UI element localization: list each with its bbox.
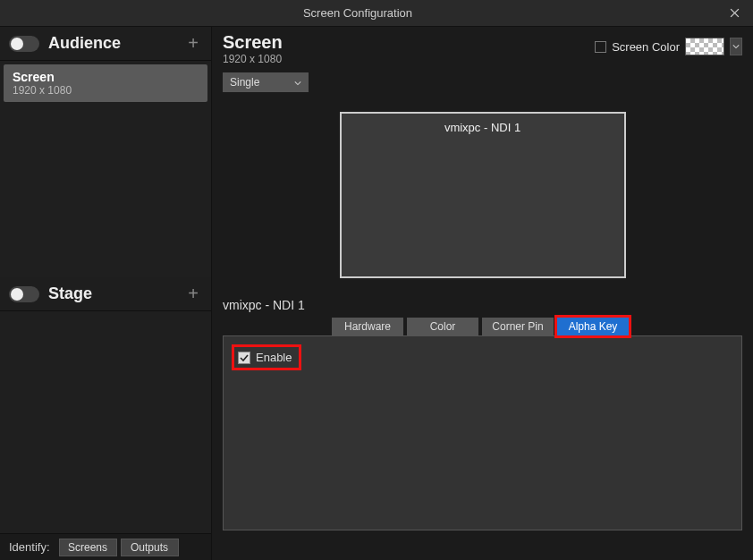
audience-list: Screen 1920 x 1080 <box>0 61 211 277</box>
stage-header: Stage + <box>0 277 211 311</box>
tab-hardware[interactable]: Hardware <box>332 318 403 335</box>
screen-title: Screen <box>223 32 283 53</box>
screen-item-resolution: 1920 x 1080 <box>13 84 199 97</box>
audience-label: Audience <box>48 34 184 53</box>
layout-dropdown[interactable]: Single <box>223 72 309 92</box>
content-area: Screen 1920 x 1080 Screen Color Single v… <box>212 27 753 560</box>
chevron-down-icon <box>294 81 301 86</box>
add-audience-button[interactable]: + <box>184 33 202 54</box>
stage-label: Stage <box>48 284 184 303</box>
audience-toggle[interactable] <box>9 36 39 52</box>
close-icon <box>730 8 740 18</box>
stage-toggle[interactable] <box>9 286 39 302</box>
add-stage-button[interactable]: + <box>184 284 202 304</box>
tab-bar: Hardware Color Corner Pin Alpha Key <box>332 318 742 335</box>
title-bar: Screen Configuration <box>0 0 753 27</box>
screen-color-label: Screen Color <box>612 40 680 54</box>
screen-resolution: 1920 x 1080 <box>223 53 283 65</box>
tab-corner-pin[interactable]: Corner Pin <box>482 318 554 335</box>
source-name: vmixpc - NDI 1 <box>223 296 742 318</box>
close-button[interactable] <box>715 0 753 27</box>
window-title: Screen Configuration <box>0 6 715 20</box>
identify-bar: Identify: Screens Outputs <box>0 533 211 560</box>
screen-color-dropdown[interactable] <box>730 38 742 55</box>
enable-label: Enable <box>256 351 292 364</box>
alpha-key-panel: Enable <box>223 335 742 530</box>
preview-source-label: vmixpc - NDI 1 <box>444 121 520 276</box>
layout-dropdown-value: Single <box>230 76 259 89</box>
identify-label: Identify: <box>4 540 55 554</box>
screen-preview[interactable]: vmixpc - NDI 1 <box>340 112 626 278</box>
check-icon <box>240 354 249 361</box>
chevron-down-icon <box>732 44 740 49</box>
enable-alpha-key-group: Enable <box>234 347 299 368</box>
screen-item-name: Screen <box>13 70 199 84</box>
identify-outputs-button[interactable]: Outputs <box>121 539 179 556</box>
identify-screens-button[interactable]: Screens <box>59 539 117 556</box>
screen-color-swatch[interactable] <box>685 38 724 55</box>
sidebar: Audience + Screen 1920 x 1080 Stage + Id… <box>0 27 212 560</box>
tab-color[interactable]: Color <box>407 318 478 335</box>
screen-color-checkbox[interactable] <box>595 41 606 53</box>
content-header: Screen 1920 x 1080 Screen Color <box>212 27 753 69</box>
enable-checkbox[interactable] <box>238 352 250 364</box>
stage-list <box>0 311 211 533</box>
audience-header: Audience + <box>0 27 211 61</box>
audience-screen-item[interactable]: Screen 1920 x 1080 <box>4 64 207 102</box>
tab-alpha-key[interactable]: Alpha Key <box>557 318 629 335</box>
